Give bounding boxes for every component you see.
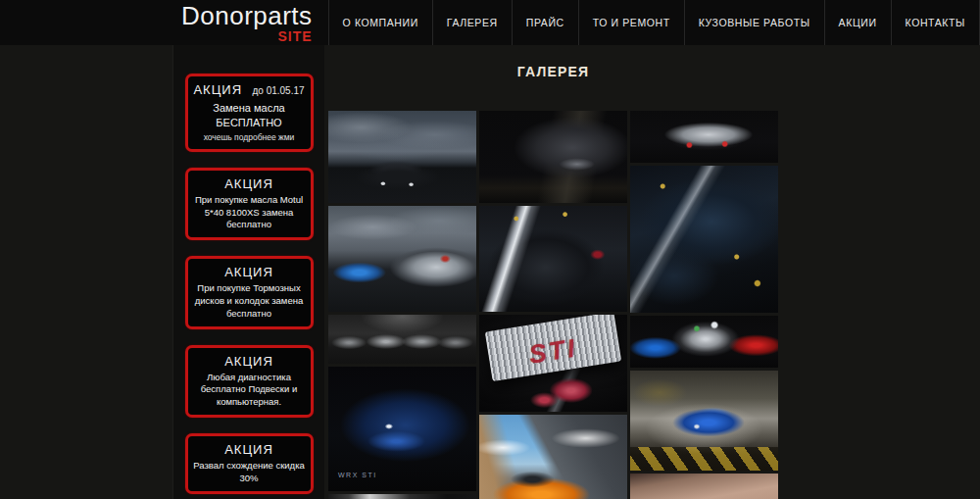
promo-head: АКЦИЯ	[191, 175, 308, 191]
hazard-stripes	[630, 447, 778, 471]
nav-item-gallery[interactable]: ГАЛЕРЕЯ	[432, 0, 512, 45]
header: Donorparts SITE О КОМПАНИИ ГАЛЕРЕЯ ПРАЙС…	[0, 0, 980, 45]
promo-head: АКЦИЯ	[191, 441, 308, 457]
main-nav: О КОМПАНИИ ГАЛЕРЕЯ ПРАЙС ТО И РЕМОНТ КУЗ…	[328, 0, 980, 45]
gallery-image-black-subaru-sky[interactable]	[328, 111, 476, 203]
nav-item-price[interactable]: ПРАЙС	[512, 0, 578, 45]
promo-text: Замена масла БЕСПЛАТНО	[191, 101, 308, 130]
sidebar: АКЦИЯ до 01.05.17 Замена масла БЕСПЛАТНО…	[172, 45, 324, 499]
promo-cta: хочешь подробнее жми	[191, 132, 308, 143]
nav-item-contacts[interactable]: КОНТАКТЫ	[891, 0, 980, 45]
gallery-image-blue-roadster[interactable]	[328, 206, 476, 312]
promo-title: АКЦИЯ	[224, 176, 273, 191]
promo-title: АКЦИЯ	[224, 354, 273, 369]
promo-title: АКЦИЯ	[193, 82, 242, 97]
gallery-image-silver-red-wheels[interactable]	[630, 111, 778, 163]
brand-subtitle: SITE	[277, 29, 312, 43]
page-title: ГАЛЕРЕЯ	[328, 64, 778, 79]
gallery-image-car-lineup[interactable]	[328, 315, 476, 364]
promo-card-motul[interactable]: АКЦИЯ При покупке масла Motul 5*40 8100X…	[185, 168, 314, 240]
promo-text: При покупке масла Motul 5*40 8100XS заме…	[191, 194, 308, 231]
promo-date: до 01.05.17	[252, 85, 304, 96]
gallery-grid: WRX STI STI	[328, 111, 778, 499]
gallery-column-1: WRX STI	[328, 111, 476, 499]
gallery-image-blue-rally-subaru[interactable]	[630, 371, 778, 471]
wrx-sti-lettering: WRX STI	[338, 472, 377, 478]
promo-card-brakes[interactable]: АКЦИЯ При покупке Тормозных дисков и кол…	[185, 256, 314, 328]
header-spacer	[0, 0, 181, 45]
gallery-column-3	[630, 111, 778, 499]
gallery-image-cars-collision[interactable]	[630, 316, 778, 368]
nav-item-promotions[interactable]: АКЦИИ	[824, 0, 891, 45]
gallery-image-sti-intercooler[interactable]: STI	[479, 315, 627, 412]
main-content: ГАЛЕРЕЯ WRX STI STI	[325, 45, 980, 499]
brand-name: Donorparts	[181, 3, 313, 28]
promo-title: АКЦИЯ	[224, 265, 273, 279]
promo-title: АКЦИЯ	[224, 442, 273, 457]
site-logo[interactable]: Donorparts SITE	[181, 0, 321, 45]
gallery-image-dark-car-studio[interactable]	[479, 111, 627, 203]
nav-item-bodywork[interactable]: КУЗОВНЫЕ РАБОТЫ	[684, 0, 824, 45]
promo-head: АКЦИЯ	[191, 264, 308, 279]
gallery-image-detail-strip[interactable]	[328, 494, 476, 499]
promo-list: АКЦИЯ до 01.05.17 Замена масла БЕСПЛАТНО…	[173, 45, 324, 499]
nav-item-service[interactable]: ТО И РЕМОНТ	[578, 0, 684, 45]
promo-text: Развал схождение скидка 30%	[191, 460, 308, 485]
promo-card-alignment[interactable]: АКЦИЯ Развал схождение скидка 30%	[185, 433, 314, 494]
page: Donorparts SITE О КОМПАНИИ ГАЛЕРЕЯ ПРАЙС…	[0, 0, 980, 499]
gallery-image-engine-strut[interactable]	[479, 206, 627, 312]
gallery-image-orange-car[interactable]	[479, 415, 627, 499]
nav-item-about[interactable]: О КОМПАНИИ	[328, 0, 432, 45]
promo-card-oil-change[interactable]: АКЦИЯ до 01.05.17 Замена масла БЕСПЛАТНО…	[185, 74, 314, 152]
promo-text: При покупке Тормозных дисков и колодок з…	[191, 282, 308, 320]
promo-card-diagnostics[interactable]: АКЦИЯ Любая диагностика бесплатно Подвес…	[185, 345, 314, 418]
gallery-image-warm-toned[interactable]	[630, 474, 778, 499]
gallery-column-2: STI	[479, 111, 627, 499]
gallery-image-blue-wrx-front[interactable]: WRX STI	[328, 367, 476, 491]
promo-text: Любая диагностика бесплатно Подвески и к…	[191, 372, 308, 409]
promo-head: АКЦИЯ	[191, 353, 308, 369]
gallery-image-blue-engine-bay[interactable]	[630, 166, 778, 313]
promo-head: АКЦИЯ до 01.05.17	[191, 81, 308, 98]
